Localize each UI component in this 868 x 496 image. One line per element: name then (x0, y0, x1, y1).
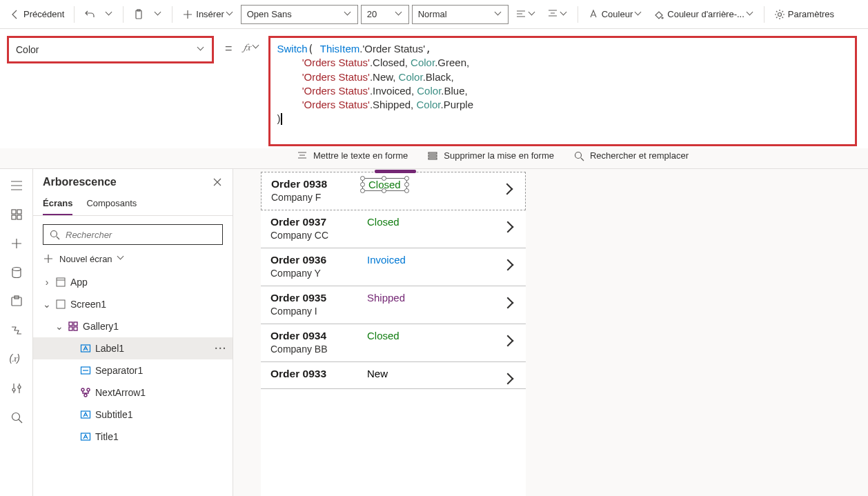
order-status-label[interactable]: Closed (362, 178, 407, 191)
chevron-down-icon (198, 46, 205, 53)
property-dropdown[interactable]: Color (7, 36, 214, 63)
chevron-down-icon (118, 255, 125, 262)
font-dropdown[interactable]: Open Sans (241, 5, 358, 24)
back-label: Précédent (23, 9, 64, 19)
template-indicator (375, 170, 416, 173)
data-icon[interactable] (10, 266, 23, 279)
resize-handle[interactable] (360, 176, 365, 181)
settings-button[interactable]: Paramètres (770, 6, 838, 23)
order-subtitle: Company BB (270, 344, 516, 355)
chevron-right-icon[interactable] (503, 185, 513, 195)
chevron-right-icon[interactable] (504, 299, 513, 308)
gear-icon (774, 9, 785, 20)
search-rail-icon[interactable] (10, 410, 23, 424)
paste-chevron[interactable] (151, 8, 166, 21)
tree-item-label1[interactable]: Label1··· (33, 337, 233, 359)
search-icon (49, 229, 60, 240)
equals-label: = (221, 29, 239, 56)
chevron-down-icon (227, 11, 234, 18)
chevron-right-icon[interactable] (504, 223, 513, 232)
formula-editor[interactable]: Switch( ThisItem.'Order Status', 'Orders… (268, 36, 857, 146)
resize-handle[interactable] (404, 182, 409, 187)
insert-rail-icon[interactable] (10, 237, 23, 250)
svg-rect-21 (74, 322, 77, 326)
new-screen-button[interactable]: Nouvel écran (33, 249, 233, 268)
screen-icon (55, 299, 66, 310)
find-replace-button[interactable]: Rechercher et remplacer (573, 150, 689, 161)
tree-panel: Arborescence Écrans Composants Nouvel éc… (33, 169, 233, 496)
text-color-button[interactable]: Couleur (584, 6, 647, 23)
expand-icon[interactable]: ⌄ (55, 321, 63, 332)
svg-rect-23 (74, 327, 77, 330)
gallery-item[interactable]: Order 0935Company IShipped (261, 286, 526, 324)
back-button[interactable]: Précédent (6, 6, 68, 23)
format-text-button[interactable]: Mettre le texte en forme (297, 150, 408, 161)
tree-view-icon[interactable] (10, 208, 23, 221)
remove-format-button[interactable]: Supprimer la mise en forme (427, 150, 554, 161)
tree-header: Arborescence (33, 169, 233, 192)
expand-icon[interactable]: › (43, 277, 51, 288)
svg-point-2 (778, 12, 781, 16)
bg-color-button[interactable]: Couleur d'arrière-... (649, 6, 758, 23)
fontsize-dropdown[interactable]: 20 (361, 5, 409, 24)
svg-rect-8 (17, 210, 21, 214)
variable-icon[interactable]: (𝑥) (10, 353, 23, 366)
undo-button[interactable] (80, 6, 99, 23)
tree-item-title1[interactable]: Title1 (33, 426, 233, 448)
color-label: Couleur (602, 9, 633, 19)
separator (74, 6, 75, 23)
resize-handle[interactable] (404, 176, 409, 181)
order-subtitle: Company Y (270, 268, 516, 279)
find-label: Rechercher et remplacer (590, 150, 689, 161)
search-icon (573, 150, 584, 161)
tree-search[interactable] (43, 224, 223, 245)
tools-icon[interactable] (10, 381, 23, 395)
fx-button[interactable]: 𝑓𝑥 (239, 29, 264, 53)
gallery-item[interactable]: Order 0938Company FClosed (261, 172, 526, 210)
new-screen-label: Nouvel écran (59, 254, 112, 264)
svg-rect-22 (69, 327, 72, 330)
flow-icon[interactable] (10, 324, 23, 337)
gallery-item[interactable]: Order 0937Company CCClosed (261, 210, 526, 248)
gallery-item[interactable]: Order 0936Company YInvoiced (261, 248, 526, 286)
tree-item-app[interactable]: ›App (33, 271, 233, 293)
tree-item-gallery1[interactable]: ⌄Gallery1 (33, 315, 233, 337)
tree-item-nextarrow1[interactable]: NextArrow1 (33, 381, 233, 404)
align-button[interactable] (511, 6, 540, 23)
resize-handle[interactable] (360, 182, 365, 187)
resize-handle[interactable] (382, 176, 386, 181)
chevron-right-icon[interactable] (504, 375, 513, 384)
resize-handle[interactable] (404, 188, 409, 193)
undo-chevron[interactable] (102, 8, 117, 21)
fill-icon (653, 9, 664, 20)
media-icon[interactable] (10, 295, 23, 308)
insert-button[interactable]: Insérer (178, 6, 237, 23)
resize-handle[interactable] (360, 188, 365, 193)
valign-button[interactable] (543, 6, 572, 23)
svg-point-26 (81, 388, 84, 391)
svg-rect-5 (428, 158, 437, 159)
tab-screens[interactable]: Écrans (43, 192, 72, 215)
tree-item-screen1[interactable]: ⌄Screen1 (33, 293, 233, 315)
gallery-item[interactable]: Order 0933New (261, 362, 526, 389)
tab-components[interactable]: Composants (86, 192, 137, 215)
tree-item-subtitle1[interactable]: Subtitle1 (33, 404, 233, 426)
paste-button[interactable] (129, 6, 148, 23)
chevron-right-icon[interactable] (504, 337, 513, 346)
separator (578, 6, 578, 23)
svg-point-28 (84, 394, 87, 397)
chevron-right-icon[interactable] (504, 261, 513, 270)
hamburger-icon[interactable] (10, 179, 23, 192)
undo-icon (84, 9, 95, 20)
close-icon[interactable] (212, 177, 223, 188)
order-status-label: Closed (362, 330, 405, 341)
tree-item-separator1[interactable]: Separator1 (33, 359, 233, 381)
expand-icon[interactable]: ⌄ (43, 299, 51, 310)
more-icon[interactable]: ··· (215, 343, 227, 354)
fontweight-dropdown[interactable]: Normal (412, 5, 509, 24)
gallery-item[interactable]: Order 0934Company BBClosed (261, 324, 526, 362)
canvas[interactable]: Order 0938Company FClosedOrder 0937Compa… (233, 169, 868, 496)
svg-point-17 (51, 231, 57, 237)
text-color-icon (588, 9, 599, 20)
tree-search-input[interactable] (66, 230, 217, 240)
